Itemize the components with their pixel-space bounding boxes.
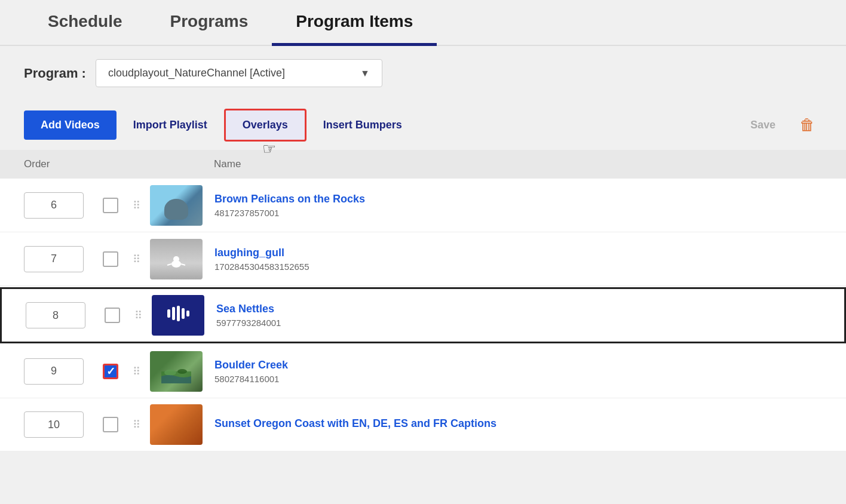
program-select-value: cloudplayout_NatureChannel [Active] [108, 67, 353, 79]
item-info: laughing_gull 170284530458315265​5 [214, 247, 822, 272]
program-select[interactable]: cloudplayout_NatureChannel [Active] ▼ [96, 59, 382, 87]
row-checkbox[interactable] [105, 308, 120, 323]
checkbox-cell[interactable] [96, 417, 125, 432]
item-id: 5802784116001 [214, 374, 822, 384]
order-number: 10 [24, 411, 84, 438]
order-number: 8 [26, 302, 85, 328]
chevron-down-icon: ▼ [360, 68, 370, 79]
overlays-button[interactable]: Overlays [224, 109, 306, 142]
item-info: Sunset Oregon Coast with EN, DE, ES and … [214, 417, 822, 432]
tabs-bar: Schedule Programs Program Items [0, 0, 846, 46]
tab-programs[interactable]: Programs [146, 0, 272, 46]
delete-button[interactable]: 🗑 [792, 111, 822, 139]
tab-schedule[interactable]: Schedule [24, 0, 146, 46]
save-button[interactable]: Save [734, 110, 792, 140]
svg-line-3 [181, 264, 185, 265]
video-thumbnail [150, 185, 203, 226]
checkbox-cell[interactable] [96, 198, 125, 213]
svg-line-2 [167, 264, 171, 265]
drag-handle-icon[interactable]: ⠿ [133, 253, 140, 266]
audio-waveform-icon [166, 305, 190, 327]
svg-rect-5 [172, 307, 175, 320]
checkmark-icon: ✓ [106, 365, 115, 378]
svg-point-10 [164, 370, 176, 376]
header-order: Order [24, 158, 96, 170]
svg-rect-6 [177, 306, 180, 321]
svg-rect-4 [167, 309, 170, 318]
item-info: Sea Nettles 5977793284001 [216, 303, 820, 328]
video-thumbnail [150, 239, 203, 279]
table-row: 9 ✓ ⠿ Boulder Creek 5802784116001 [0, 345, 846, 398]
insert-bumpers-button[interactable]: Insert Bumpers [306, 110, 419, 140]
checkbox-cell[interactable] [96, 251, 125, 267]
table-row-partial: 10 ⠿ Sunset Oregon Coast with EN, DE, ES… [0, 398, 846, 451]
header-name: Name [214, 158, 822, 170]
item-title: laughing_gull [214, 247, 822, 259]
row-checkbox[interactable] [103, 251, 118, 267]
item-title: Brown Pelicans on the Rocks [214, 193, 822, 205]
item-id: 5977793284001 [216, 318, 820, 328]
table-row-selected: 8 ⠿ Sea Nettles 5977793284001 [0, 287, 846, 343]
row-checkbox[interactable] [103, 417, 118, 432]
checkbox-cell[interactable]: ✓ [96, 364, 125, 379]
trash-icon: 🗑 [799, 116, 815, 134]
item-title: Boulder Creek [214, 359, 822, 371]
gull-icon [161, 247, 191, 271]
drag-handle-icon[interactable]: ⠿ [133, 365, 140, 378]
actions-row: Add Videos Import Playlist Overlays ☞ In… [0, 100, 846, 150]
waveform-svg [166, 305, 190, 322]
order-number: 9 [24, 358, 84, 385]
program-row: Program : cloudplayout_NatureChannel [Ac… [0, 46, 846, 100]
video-thumbnail [150, 404, 203, 445]
video-thumbnail [152, 295, 204, 336]
add-videos-button[interactable]: Add Videos [24, 110, 117, 140]
item-title: Sea Nettles [216, 303, 820, 315]
creek-icon [161, 359, 191, 383]
svg-rect-8 [186, 311, 189, 316]
item-title: Sunset Oregon Coast with EN, DE, ES and … [214, 417, 822, 430]
drag-handle-icon[interactable]: ⠿ [133, 418, 140, 431]
video-thumbnail [150, 351, 203, 392]
checkbox-cell[interactable] [97, 308, 127, 323]
item-id: 170284530458315265​5 [214, 262, 822, 272]
order-number: 7 [24, 246, 84, 272]
svg-rect-7 [182, 308, 185, 319]
table-row: 7 ⠿ laughing_gull 170284530458315265​5 [0, 232, 846, 286]
table-container: Order Name 6 ⠿ Brown Pelicans on the Roc… [0, 150, 846, 451]
table-row: 6 ⠿ Brown Pelicans on the Rocks 48172378… [0, 179, 846, 232]
import-playlist-button[interactable]: Import Playlist [117, 110, 224, 140]
tab-program-items[interactable]: Program Items [272, 0, 437, 46]
item-info: Boulder Creek 5802784116001 [214, 359, 822, 384]
item-id: 4817237857001 [214, 208, 822, 218]
item-info: Brown Pelicans on the Rocks 481723785700… [214, 193, 822, 218]
program-label: Program : [24, 66, 86, 81]
drag-handle-icon[interactable]: ⠿ [133, 199, 140, 212]
table-header: Order Name [0, 150, 846, 179]
overlays-button-wrapper: Overlays ☞ [224, 109, 306, 142]
svg-point-1 [173, 256, 179, 262]
row-checkbox-checked[interactable]: ✓ [103, 364, 118, 379]
order-number: 6 [24, 192, 84, 219]
svg-point-11 [177, 369, 187, 374]
row-checkbox[interactable] [103, 198, 118, 213]
drag-handle-icon[interactable]: ⠿ [134, 309, 142, 322]
